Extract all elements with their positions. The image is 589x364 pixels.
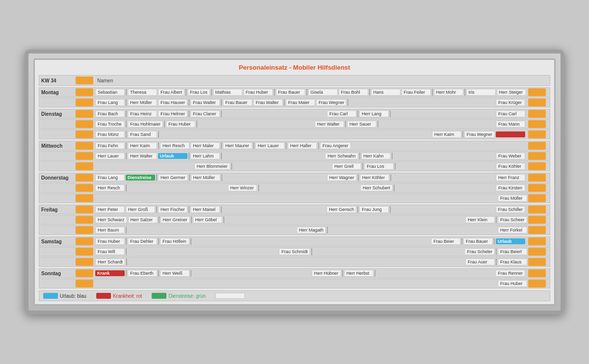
divider [284,99,285,106]
chip: Frau Köhler [496,163,525,170]
divider [164,121,165,128]
chip: Frau Lang [95,99,125,106]
orange-tab-end [528,194,546,202]
legend-color-urlaub [43,293,58,299]
orange-tab-end [528,174,546,182]
chip: Frau Dehler [128,238,157,245]
chip: Herr Groß [126,206,155,213]
chip: Frau Hauser [158,99,187,106]
chip: Frau Carl [496,110,525,117]
chip: Herr Steiger [497,89,526,96]
chip: Frau Albert [158,89,185,96]
orange-tab-end [528,226,546,234]
chip: Frau Angerer [320,142,351,149]
donnerstag-row2-content: Herr Resch Herr Winzer Herr Schubert Fra… [95,184,548,192]
chip: Herr Sauer [347,121,376,128]
divider [231,163,232,170]
divider [221,174,222,181]
dienstag-row3: Frau Münz Frau Sand Herr Kaim Frau Wegne… [39,130,550,139]
chip: Frau Huber [166,121,195,128]
orange-tab-end [528,162,546,170]
legend-krankheit-label: Krankheit: rot [113,293,142,299]
day-freitag: Freitag [41,207,76,212]
samstag-row3: Herr Schardt Frau Auer Frau Klaus [39,257,550,267]
chip: Herr Walter [315,121,344,128]
chip: Herr Kaim [128,142,157,149]
divider [390,174,391,181]
board-title: Personaleinsatz - Mobiler Hilfsdienst [39,63,550,72]
divider [390,110,391,117]
orange-tab [76,162,93,170]
chip: Frau Los [187,89,210,96]
divider [126,131,127,138]
montag-row1-content: Sebastian Theresa Frau Albert Frau Los M… [95,88,548,96]
orange-tab [76,174,93,182]
dienstag-row1: Dienstag Frau Bach Frau Heinz Frau Helme… [39,109,550,119]
sonntag-row2-content: Frau Huber [95,280,548,287]
divider [306,89,307,96]
divider [258,184,259,191]
samstag-row1: Samstag Frau Huber Frau Dehler Frau Höll… [39,236,550,246]
chip: Herr Kahn [361,153,391,159]
chip-urlaub2: Urlaub [496,238,525,244]
mittwoch-row3: Herr Blommeier Herr Grell Frau Los Frau … [39,161,550,171]
divider [494,238,495,245]
freitag-row2: Herr Schwarz Herr Salzer Herr Greiner He… [39,215,550,225]
orange-tab [76,248,93,256]
mittwoch-row1-content: Frau Fehn Herr Kaim Herr Resch Herr Male… [95,142,548,150]
divider [191,216,192,223]
chip: Frau Auer [465,259,495,265]
freitag-row1-content: Herr Peter Herr Groß Herr Fischer Herr M… [95,206,548,213]
orange-tab-end [528,142,546,150]
legend-urlaub: Urlaub: blau [43,293,86,299]
divider [186,89,187,96]
divider [188,153,189,159]
orange-tab-end [528,152,546,160]
chip: Herr Resch [160,142,189,149]
divider [159,216,160,223]
divider [357,110,358,117]
divider [126,153,127,159]
legend-krankheit: Krankheit: rot [96,293,142,299]
chip-red-block [496,131,525,137]
divider [358,174,359,181]
chip: Theresa [128,89,157,96]
chip: Herr Schwahn [325,153,358,159]
names-label: Namen [97,78,113,83]
divider [496,248,497,255]
section-sonntag: Sonntag Krank Frau Eberth Herr Weiß Herr… [39,268,550,288]
orange-tab [76,110,93,118]
day-montag: Montag [41,90,76,95]
orange-tab [76,237,93,245]
sonntag-row1-content: Krank Frau Eberth Herr Weiß Herr Hübner … [95,269,548,277]
donnerstag-row1: Donnerstag Frau Lang Dienstreise Herr Ge… [39,173,550,182]
orange-tab-end [528,216,546,224]
chip-urlaub: Urlaub [158,153,187,159]
section-dienstag: Dienstag Frau Bach Frau Heinz Frau Helme… [39,109,550,139]
divider [223,216,224,223]
chip: Frau Eberth [128,270,157,277]
donnerstag-row2: Herr Resch Herr Winzer Herr Schubert Fra… [39,183,550,193]
divider [327,227,328,234]
chip: Herr Schwarz [95,216,127,223]
divider [392,153,393,159]
orange-tab-montag2 [76,99,93,106]
divider [362,163,363,170]
chip: Frau Troche [95,121,125,128]
divider [126,227,127,234]
montag-row2-content: Frau Lang Herr Müller Frau Hauser Frau W… [95,99,548,106]
chip: Frau Feiler [402,89,431,96]
chip: Frau Beierl [498,248,527,255]
orange-tab-end [528,258,546,266]
day-samstag: Samstag [41,239,76,244]
section-samstag: Samstag Frau Huber Frau Dehler Frau Höll… [39,236,550,267]
chip: Herr Hübner [312,270,341,277]
divider [158,131,159,138]
chip: Herr Lauer [95,153,125,159]
chip: Frau Huber [498,280,527,287]
divider [190,270,191,277]
chip: Frau Schiller [496,206,526,213]
orange-tab-end [528,130,546,138]
sonntag-row1: Sonntag Krank Frau Eberth Herr Weiß Herr… [39,268,550,278]
chip: Herr Wagner [327,174,357,181]
